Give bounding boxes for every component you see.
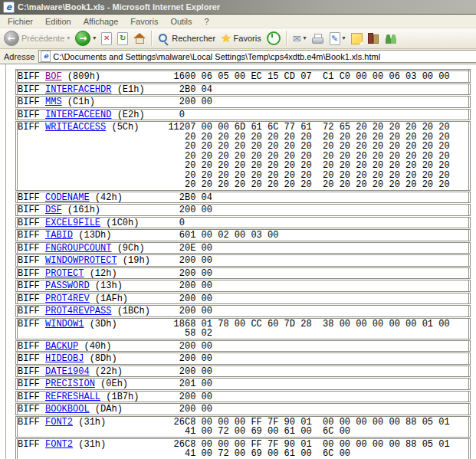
back-dropdown-icon[interactable]: ▾ [67, 35, 70, 41]
record-hex: 00 00 [185, 339, 470, 352]
refresh-button[interactable]: ↻ [115, 29, 130, 48]
stop-button[interactable]: ✕ [99, 29, 114, 48]
table-row: BIFF WINDOW1 (3Dh)1868 01 78 00 CC 60 7D… [17, 317, 470, 339]
menu-item-edition[interactable]: Edition [39, 17, 77, 26]
record-name-cell: BIFF PROTECT (12h) [17, 267, 166, 280]
browser-window: e C:\malware\Book1.xls - Microsoft Inter… [0, 0, 476, 459]
record-length: 16 [165, 70, 185, 84]
biff-record-table: BIFF BOF (809h)1600 06 05 00 EC 15 CD 07… [15, 69, 471, 459]
forward-dropdown-icon[interactable]: ▾ [93, 35, 96, 41]
table-row: BIFF FONT2 (31h)26C8 00 00 00 FF 7F 90 0… [17, 415, 470, 438]
record-link[interactable]: PROT4REV [45, 293, 90, 304]
record-link[interactable]: INTERFACEEND [45, 110, 111, 120]
table-row: BIFF PROTECT (12h)200 00 [17, 267, 470, 280]
record-link[interactable]: REFRESHALL [45, 392, 100, 402]
record-link[interactable]: DATE1904 [45, 366, 90, 377]
record-link[interactable]: INTERFACEHDR [45, 84, 111, 95]
record-name-cell: BIFF TABID (13Dh) [17, 229, 166, 242]
record-name-cell: BIFF PASSWORD (13h) [17, 280, 166, 293]
record-link[interactable]: FONT2 [45, 417, 73, 428]
record-link[interactable]: EXCEL9FILE [45, 218, 100, 228]
record-link[interactable]: PRECISION [45, 379, 95, 389]
mail-button[interactable]: ✉ ▾ [291, 29, 309, 48]
record-hex: 00 06 05 00 EC 15 CD 07 C1 C0 00 00 06 0… [185, 70, 470, 84]
record-name-cell: BIFF PRECISION (0Eh) [17, 378, 166, 391]
record-length: 2 [165, 96, 185, 109]
record-link[interactable]: WINDOW1 [45, 319, 84, 329]
mail-icon: ✉ [293, 34, 301, 44]
record-link[interactable]: BOF [45, 71, 62, 82]
record-hex: 00 00 [185, 292, 470, 305]
favorites-button-label: Favoris [234, 34, 261, 43]
favorites-button[interactable]: ★ Favoris [218, 29, 264, 48]
record-hex: 00 00 [185, 204, 470, 217]
record-name-cell: BIFF DATE1904 (22h) [17, 365, 166, 378]
record-link[interactable]: WINDOWPROTECT [45, 255, 117, 266]
search-button-label: Rechercher [172, 34, 215, 43]
search-button[interactable]: Rechercher [156, 29, 218, 48]
notes-button[interactable] [349, 29, 365, 48]
record-name-cell: BIFF FNGROUPCOUNT (9Ch) [17, 241, 166, 254]
record-name-cell: BIFF CODENAME (42h) [17, 191, 166, 204]
content-left-rule [5, 64, 6, 459]
print-button[interactable] [310, 29, 327, 48]
record-link[interactable]: CODENAME [45, 192, 90, 203]
record-hex [185, 216, 470, 229]
home-button[interactable] [131, 29, 148, 48]
menu-item-affichage[interactable]: Affichage [77, 17, 125, 26]
record-link[interactable]: BOOKBOOL [45, 404, 90, 415]
back-icon: ← [4, 31, 19, 46]
record-link[interactable]: HIDEOBJ [45, 353, 84, 364]
record-link[interactable]: BACKUP [45, 341, 78, 352]
record-link[interactable]: FNGROUPCOUNT [45, 243, 111, 254]
record-hex: 07 00 00 6D 61 6C 77 61 72 65 20 20 20 2… [185, 121, 470, 192]
biff-table-body: BIFF BOF (809h)1600 06 05 00 EC 15 CD 07… [17, 70, 470, 459]
record-link[interactable]: MMS [45, 97, 62, 107]
table-row: BIFF INTERFACEEND (E2h)0 [17, 108, 470, 121]
window-title: C:\malware\Book1.xls - Microsoft Interne… [18, 2, 220, 11]
history-button[interactable] [264, 29, 283, 48]
record-link[interactable]: TABID [45, 230, 73, 241]
messenger-button[interactable] [382, 29, 400, 48]
record-length: 2 [165, 241, 185, 254]
toolbar-separator [151, 31, 153, 46]
record-link[interactable]: PROT4REVPASS [45, 306, 111, 316]
toolbar: ← Précédente ▾ → ▾ ✕ ↻ Rechercher ★ Favo… [0, 28, 476, 49]
record-link[interactable]: WRITEACCESS [45, 122, 106, 133]
discuss-button[interactable] [366, 29, 382, 48]
record-length: 18 [165, 317, 185, 339]
record-hex: 00 00 [185, 267, 470, 280]
record-length: 6 [165, 229, 185, 242]
record-length: 2 [165, 352, 185, 366]
back-button-label: Précédente [21, 34, 64, 43]
record-link[interactable]: DSF [45, 205, 62, 215]
record-name-cell: BIFF BOF (809h) [17, 70, 166, 84]
record-link[interactable]: FONT2 [45, 439, 73, 450]
forward-button[interactable]: → ▾ [73, 29, 98, 48]
record-link[interactable]: PROTECT [45, 268, 84, 279]
record-length: 2 [165, 254, 185, 267]
edit-dropdown-icon[interactable]: ▾ [343, 35, 346, 41]
menu-item-outils[interactable]: Outils [164, 17, 198, 26]
menu-item-help[interactable]: ? [199, 17, 215, 26]
edit-button[interactable]: ✎ ▾ [327, 29, 348, 48]
record-hex: 00 00 [185, 365, 470, 378]
mail-dropdown-icon[interactable]: ▾ [304, 35, 307, 41]
record-length: 2 [165, 191, 185, 204]
record-hex: 00 00 [185, 403, 470, 416]
table-row: BIFF EXCEL9FILE (1C0h)0 [17, 216, 470, 229]
menu-item-fichier[interactable]: Fichier [2, 17, 39, 26]
stop-icon: ✕ [101, 32, 112, 45]
menu-item-favoris[interactable]: Favoris [124, 17, 164, 26]
record-link[interactable]: PASSWORD [45, 280, 90, 291]
discuss-books-icon [368, 34, 379, 44]
record-length: 2 [165, 292, 185, 305]
address-input[interactable]: e C:\Documents and Settings\malware\Loca… [38, 50, 476, 63]
table-row: BIFF DATE1904 (22h)200 00 [17, 365, 470, 378]
record-length: 112 [165, 121, 185, 192]
back-button[interactable]: ← Précédente ▾ [2, 29, 72, 48]
record-hex: B0 04 [185, 191, 470, 204]
record-name-cell: BIFF WRITEACCESS (5Ch) [17, 121, 166, 192]
record-length: 2 [165, 280, 185, 293]
table-row: BIFF CODENAME (42h)2B0 04 [17, 191, 470, 204]
